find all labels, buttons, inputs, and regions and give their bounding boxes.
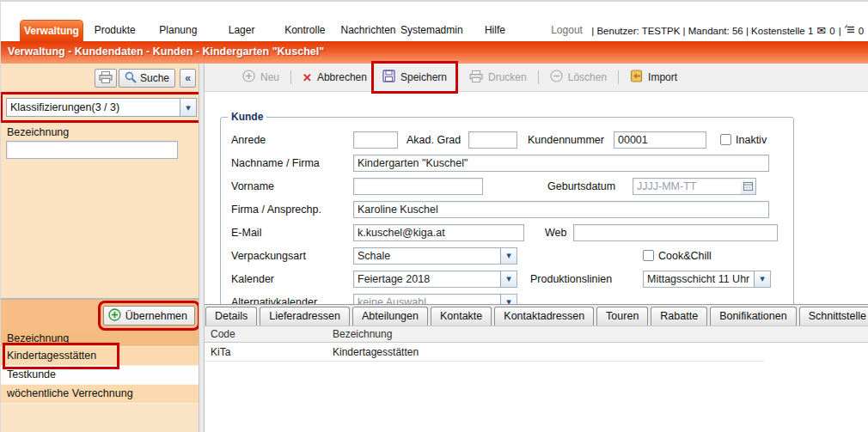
chevron-down-icon[interactable]: ▾ <box>500 248 517 264</box>
collapse-sidebar-button[interactable]: « <box>180 69 196 88</box>
chevron-down-icon[interactable]: ▾ <box>180 99 196 116</box>
list-item-kindertagesstaetten[interactable]: Kindertagesstätten <box>1 347 199 366</box>
nachname-label: Nachname / Firma <box>231 157 353 169</box>
vorname-input[interactable] <box>353 178 483 195</box>
column-header-code: Code <box>205 328 332 340</box>
printer-icon <box>99 71 113 86</box>
form-row-verpackungsart: Verpackungsart Schale ▾ Cook&Chill <box>221 244 793 267</box>
session-info: | Benutzer: TESTPK | Mandant: 56 | Koste… <box>591 20 865 41</box>
chevron-down-icon[interactable]: ▾ <box>754 271 770 287</box>
table-header-row: Code Bezeichnung <box>205 326 868 343</box>
import-button[interactable]: Import <box>625 67 682 88</box>
form-row-email: E-Mail Web <box>221 221 793 244</box>
plus-circle-icon <box>242 70 255 85</box>
web-input[interactable] <box>573 224 778 241</box>
tab-kontaktadressen[interactable]: Kontaktadressen <box>494 307 594 326</box>
bezeichnung-filter-input[interactable] <box>6 141 178 159</box>
calendar-icon[interactable] <box>741 178 756 195</box>
form-row-alternativkalender: Alternativkalender keine Auswahl... ▾ <box>221 290 793 304</box>
table-row[interactable]: KiTa Kindertagesstätten <box>205 343 764 362</box>
toolbar-separator <box>290 70 291 84</box>
tab-schnittstelle[interactable]: Schnittstelle <box>799 307 868 326</box>
tab-kontakte[interactable]: Kontakte <box>431 307 492 326</box>
alternativkalender-value: keine Auswahl... <box>354 296 500 305</box>
kundennummer-label: Kundennummer <box>528 134 614 146</box>
kalender-label: Kalender <box>231 273 353 285</box>
list-item-testkunde[interactable]: Testkunde <box>1 366 199 385</box>
print-list-button[interactable] <box>95 69 117 88</box>
form-row-nachname: Nachname / Firma <box>221 151 793 174</box>
import-arrow-icon <box>630 70 643 85</box>
tab-details[interactable]: Details <box>205 307 257 326</box>
produktionslinien-value: Mittagsschicht 11 Uhr <box>644 273 754 285</box>
top-navigation: Verwaltung Produkte Planung Lager Kontro… <box>1 2 868 41</box>
cell-bezeichnung: Kindertagesstätten <box>332 346 764 358</box>
alternativkalender-select[interactable]: keine Auswahl... ▾ <box>353 294 517 305</box>
loeschen-button[interactable]: Löschen <box>545 67 612 88</box>
speichern-button-label: Speichern <box>400 71 447 83</box>
abbrechen-button-label: Abbrechen <box>317 71 367 83</box>
tab-rabatte[interactable]: Rabatte <box>651 307 707 326</box>
logout-link[interactable]: Logout <box>542 20 591 41</box>
toolbar-separator <box>618 70 619 84</box>
nav-tab-planung[interactable]: Planung <box>147 20 211 41</box>
session-divider: | <box>839 26 841 36</box>
tab-touren[interactable]: Touren <box>596 307 648 326</box>
detail-tabstrip: Details Lieferadressen Abteilungen Konta… <box>205 304 868 326</box>
classification-table: Code Bezeichnung KiTa Kindertagesstätten <box>205 326 868 362</box>
nav-tab-nachrichten[interactable]: Nachrichten <box>337 20 400 41</box>
nav-tab-verwaltung[interactable]: Verwaltung <box>20 20 83 41</box>
nav-tab-lager[interactable]: Lager <box>210 20 273 41</box>
notes-icon[interactable] <box>845 25 855 36</box>
abbrechen-button[interactable]: ✕ Abbrechen <box>297 69 372 86</box>
produktionslinien-select[interactable]: Mittagsschicht 11 Uhr ▾ <box>643 271 771 288</box>
notes-count: 0 <box>859 26 864 36</box>
anrede-label: Anrede <box>231 134 353 146</box>
save-floppy-icon <box>382 70 395 85</box>
list-item-label: Kindertagesstätten <box>7 347 115 365</box>
loeschen-button-label: Löschen <box>568 71 607 83</box>
neu-button[interactable]: Neu <box>237 67 284 88</box>
geburtsdatum-label: Geburtsdatum <box>547 180 633 192</box>
sidebar: Suche « Klassifizierungen(3 / 3) ▾ Bezei… <box>1 64 199 432</box>
uebernehmen-button[interactable]: Übernehmen <box>103 306 195 326</box>
verpackungsart-select[interactable]: Schale ▾ <box>353 247 517 265</box>
cookchill-field: Cook&Chill <box>643 250 712 262</box>
tab-bonifikationen[interactable]: Bonifikationen <box>710 307 797 326</box>
tab-abteilungen[interactable]: Abteilungen <box>352 307 428 326</box>
plus-circle-green-icon <box>108 308 121 324</box>
tab-lieferadressen[interactable]: Lieferadressen <box>260 307 350 326</box>
drucken-button[interactable]: Drucken <box>464 68 532 88</box>
classification-dropdown[interactable]: Klassifizierungen(3 / 3) ▾ <box>6 98 197 117</box>
mail-icon[interactable]: ✉ <box>816 25 826 36</box>
chevron-down-icon[interactable]: ▾ <box>500 271 517 287</box>
splitter-handle[interactable] <box>199 64 205 432</box>
nav-tab-kontrolle[interactable]: Kontrolle <box>273 20 337 41</box>
geburtsdatum-input[interactable] <box>633 178 741 195</box>
customer-form-area: Kunde Anrede Akad. Grad Kundennummer Ina… <box>205 92 868 304</box>
akad-grad-input[interactable] <box>468 131 517 149</box>
toolbar-separator <box>538 70 539 84</box>
list-item-woechentliche-verrechnung[interactable]: wöchentliche Verrechnung <box>1 385 199 404</box>
search-button[interactable]: Suche <box>119 69 175 88</box>
kalender-select[interactable]: Feiertage 2018 ▾ <box>353 271 517 288</box>
kundennummer-input[interactable] <box>614 131 706 149</box>
verpackungsart-label: Verpackungsart <box>231 250 353 262</box>
search-icon <box>125 71 137 86</box>
import-button-label: Import <box>648 71 677 83</box>
inaktiv-checkbox[interactable] <box>720 134 731 145</box>
cookchill-checkbox[interactable] <box>643 250 654 261</box>
nachname-input[interactable] <box>353 155 769 172</box>
firma-input[interactable] <box>353 201 769 218</box>
inaktiv-label: Inaktiv <box>736 134 767 146</box>
chevron-down-icon[interactable]: ▾ <box>500 295 517 305</box>
speichern-button[interactable]: Speichern <box>377 67 452 88</box>
breadcrumb: Verwaltung - Kundendaten - Kunden - Kind… <box>1 41 868 64</box>
nav-tab-systemadmin[interactable]: Systemadmin <box>400 20 463 41</box>
app-window: Verwaltung Produkte Planung Lager Kontro… <box>0 0 868 432</box>
anrede-input[interactable] <box>353 131 398 149</box>
nav-tab-produkte[interactable]: Produkte <box>83 20 147 41</box>
bezeichnung-filter-label: Bezeichnung <box>7 126 69 138</box>
email-input[interactable] <box>353 224 524 241</box>
nav-tab-hilfe[interactable]: Hilfe <box>463 20 527 41</box>
